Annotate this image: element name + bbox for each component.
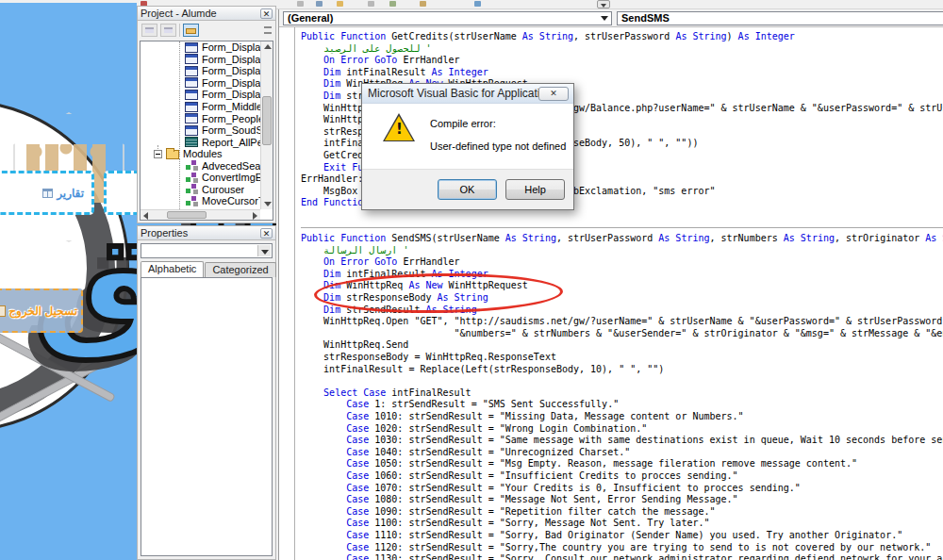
tree-item-Form_PeopleNei[interactable]: Form_PeopleNei (141, 112, 273, 124)
tree-item-Form_MiddleReo[interactable]: Form_MiddleReo (141, 101, 273, 113)
project-panel-title: Project - Alumde (141, 8, 260, 19)
tree-item-Form_DisplayIns[interactable]: Form_DisplayIns (141, 54, 273, 66)
code-line: Case 1120: strSendResult = "Sorry,The co… (301, 542, 943, 554)
toolbar-icon[interactable] (297, 1, 304, 7)
toolbar-icon[interactable] (474, 1, 481, 7)
procedure-dropdown[interactable]: SendSMS (617, 11, 943, 25)
tree-item-Form_SoudSMSF[interactable]: Form_SoudSMSF (141, 124, 273, 137)
code-line: Case 1090: strSendResult = "Repetition f… (301, 506, 943, 519)
code-line: Case 1110: strSendResult = "Sorry, Bad O… (301, 530, 943, 542)
folder-icon (166, 150, 179, 159)
view-object-icon[interactable] (160, 24, 176, 37)
tree-vertical-scrollbar[interactable] (260, 41, 273, 209)
project-explorer: Project - Alumde ✕ Form_DisplayInfForm_D… (137, 6, 276, 223)
chevron-down-icon[interactable] (257, 245, 271, 256)
tree-item-MoveCursorToSt[interactable]: MoveCursorToSt (141, 195, 273, 207)
dialog-footer: OK Help (362, 169, 573, 209)
panel-toolbar-overflow-icon[interactable] (264, 26, 272, 34)
close-icon[interactable]: ✕ (260, 8, 273, 19)
chevron-down-icon (601, 16, 608, 21)
properties-list-empty[interactable] (141, 277, 273, 556)
code-line: intFinalResult = Replace(Left(strRespons… (301, 364, 943, 376)
toolbar-icon[interactable] (368, 1, 374, 7)
tree-item-ConvertImgEmbe[interactable]: ConvertImgEmbe (141, 172, 273, 184)
toolbar-icon[interactable] (420, 1, 426, 7)
scroll-left-icon[interactable] (143, 212, 148, 220)
code-line: Dim intFinalResult As Integer (301, 67, 943, 79)
code-line: Case 1010: strSendResult = "Missing Data… (301, 411, 943, 423)
code-line: Case 1040: strSendResult = "Unrecognized… (301, 447, 943, 459)
tree-item-Form_DisplayInf[interactable]: Form_DisplayInf (141, 41, 273, 54)
scrollbar-thumb[interactable] (262, 96, 272, 145)
code-line: WinHttpReq.Open "GET", "http://saudisms.… (301, 316, 943, 328)
tab-categorized[interactable]: Categorized (205, 262, 275, 277)
scroll-up-icon[interactable] (264, 44, 272, 49)
tab-alphabetic[interactable]: Alphabetic (141, 261, 204, 277)
form-icon (185, 66, 198, 76)
close-icon[interactable]: ✕ (538, 87, 569, 101)
code-line (301, 375, 943, 387)
code-line: Case 1130: strSendResult = "Sorry, Consu… (301, 553, 943, 560)
tree-item-Report_AllPeople[interactable]: Report_AllPeople (141, 136, 273, 148)
object-dropdown[interactable]: (General) (283, 11, 612, 25)
properties-tabs: Alphabetic Categorized (141, 262, 273, 277)
logout-label: تسجيل الخروج (8, 305, 77, 318)
dialog-title: Microsoft Visual Basic for Applications (368, 87, 558, 100)
tree-item-Form_DisplayUpd[interactable]: Form_DisplayUpd (141, 89, 273, 101)
dialog-body: Compile error: User-defined type not def… (362, 104, 573, 171)
module-icon (185, 184, 198, 194)
code-line (301, 209, 943, 222)
tree-item-Form_DisplayLog[interactable]: Form_DisplayLog (141, 65, 273, 77)
scrollbar-thumb[interactable] (167, 211, 207, 219)
toolbar-separator (179, 24, 180, 37)
view-code-icon[interactable] (141, 24, 157, 37)
tree-item-Modules[interactable]: Modules (141, 148, 273, 160)
close-icon[interactable]: ✕ (260, 228, 273, 239)
toolbar-overflow-button[interactable] (597, 0, 610, 8)
code-line: On Error GoTo ErrHandler (301, 55, 943, 67)
code-combo-bar: (General) SendSMS (279, 9, 943, 27)
tree-horizontal-scrollbar[interactable] (141, 209, 260, 220)
reports-button[interactable]: تقارير (0, 171, 94, 215)
form-icon (185, 102, 198, 112)
project-panel-header: Project - Alumde ✕ (138, 7, 275, 21)
collapse-icon[interactable] (154, 150, 162, 158)
code-margin-indicator-bar (279, 27, 295, 560)
code-line: Case 1050: strSendResult = "Msg Empty. R… (301, 458, 943, 470)
properties-panel: Properties ✕ Alphabetic Categorized (137, 225, 276, 560)
form-icon (185, 54, 198, 64)
dialog-message-line2: User-defined type not defined (430, 140, 566, 152)
toolbar-icon[interactable] (316, 1, 323, 7)
code-line: Case 1060: strSendResult = "Insufficient… (301, 470, 943, 483)
form-icon (185, 90, 198, 100)
code-line: On Error GoTo ErrHandler (301, 256, 943, 269)
toolbar-icon[interactable] (337, 1, 343, 7)
tree-item-Form_DisplayNov[interactable]: Form_DisplayNov (141, 77, 273, 90)
scroll-down-icon[interactable] (264, 202, 272, 206)
tree-item-label: Curouser (202, 184, 244, 195)
toggle-folders-icon[interactable] (183, 24, 199, 37)
module-icon (185, 173, 198, 183)
code-line: Case 1020: strSendResult = "Wrong Login … (301, 423, 943, 436)
code-line: Select Case intFinalResult (301, 387, 943, 400)
warning-icon (383, 113, 415, 141)
tree-item-AdvecedSearch[interactable]: AdvecedSearch (141, 159, 273, 172)
help-button[interactable]: Help (505, 179, 565, 200)
code-line: Case 1030: strSendResult = "Same message… (301, 435, 943, 447)
object-dropdown-value: (General) (288, 12, 333, 24)
vbe-window: الق تقارير تسجيل الخروج Project - Alumde… (0, 0, 943, 560)
properties-panel-header: Properties ✕ (138, 226, 275, 240)
scroll-right-icon[interactable] (253, 212, 257, 220)
toolbar-icon[interactable] (389, 1, 396, 7)
logout-button[interactable]: تسجيل الخروج (0, 288, 83, 333)
project-tree[interactable]: Form_DisplayInfForm_DisplayInsForm_Displ… (140, 41, 273, 221)
code-line: Case 1: strSendResult = "SMS Sent Succes… (301, 399, 943, 411)
tree-item-Curouser[interactable]: Curouser (141, 184, 273, 196)
code-line: Public Function SendSMS(strUserName As S… (301, 233, 943, 245)
code-line: WinHttpReq.Send (301, 339, 943, 352)
properties-object-dropdown[interactable] (141, 243, 273, 258)
report-icon (185, 137, 198, 147)
project-toolbar (138, 21, 275, 40)
procedure-dropdown-value: SendSMS (621, 12, 670, 24)
ok-button[interactable]: OK (438, 179, 497, 200)
